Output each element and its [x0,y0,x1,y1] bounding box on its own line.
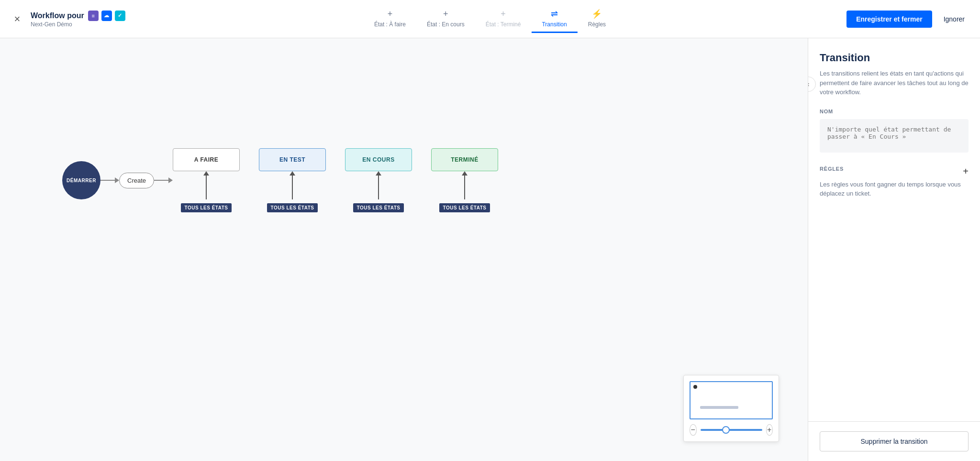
header-left: × Workflow pour ≡ ☁ ✓ Next-Gen Démo [10,11,125,28]
source-encours: TOUS LES ÉTATS [353,203,404,212]
source-afaire: TOUS LES ÉTATS [181,203,232,212]
tab-inprogress-label: État : En cours [427,21,465,28]
arrow-create-states [154,177,173,183]
tab-done-label: État : Terminé [486,21,521,28]
panel-content: Transition Les transitions relient les é… [808,38,980,223]
nom-label: NOM [820,109,969,114]
ignore-button[interactable]: Ignorer [938,11,970,28]
state-termine[interactable]: TERMINÉ [431,148,498,171]
mini-map: − + [683,375,779,442]
state-col-entest: EN TEST TOUS LES ÉTATS [259,148,326,212]
state-col-encours: EN COURS TOUS LES ÉTATS [345,148,412,212]
main-layout: DÉMARRER Create [0,38,980,461]
workflow-diagram: DÉMARRER Create [62,148,498,212]
arrow-encours [376,171,381,199]
tab-inprogress[interactable]: + État : En cours [416,5,475,33]
state-col-termine: TERMINÉ TOUS LES ÉTATS [431,148,498,212]
tab-rules-label: Règles [588,21,606,28]
regles-label: RÈGLES [820,166,844,172]
state-col-afaire: A FAIRE TOUS LES ÉTATS [173,148,240,212]
mini-map-content [690,381,773,419]
zoom-in-button[interactable]: + [766,424,773,436]
panel-footer: Supprimer la transition [808,421,980,461]
canvas[interactable]: DÉMARRER Create [0,38,808,461]
header: × Workflow pour ≡ ☁ ✓ Next-Gen Démo + Ét… [0,0,980,38]
tab-transition-icon: ⇌ [551,9,558,19]
arrow-afaire [203,171,209,199]
tab-rules-icon: ⚡ [591,9,602,19]
zoom-out-button[interactable]: − [690,424,697,436]
delete-transition-button[interactable]: Supprimer la transition [820,431,969,451]
save-button[interactable]: Enregistrer et fermer [846,11,932,28]
badge-purple: ≡ [88,11,99,21]
tab-transition[interactable]: ⇌ Transition [531,5,577,33]
states-container: A FAIRE TOUS LES ÉTATS EN TEST [173,148,498,212]
arrow-start-create [100,177,119,183]
nav-tabs: + État : À faire + État : En cours + Éta… [364,5,616,33]
zoom-slider[interactable] [701,429,762,431]
source-entest: TOUS LES ÉTATS [267,203,318,212]
arrow-termine [462,171,468,199]
regles-description: Les règles vous font gagner du temps lor… [820,180,969,198]
title-icons: ≡ ☁ ✓ [88,11,125,21]
state-entest[interactable]: EN TEST [259,148,326,171]
tab-done-icon: + [501,9,506,19]
zoom-controls: − + [690,424,773,436]
create-node: Create [119,173,154,188]
tab-todo[interactable]: + État : À faire [364,5,416,33]
mini-map-dot [693,385,697,389]
header-right: Enregistrer et fermer Ignorer [846,11,970,28]
tab-transition-label: Transition [542,21,567,28]
workflow-subtitle: Next-Gen Démo [31,21,125,28]
nom-input[interactable] [820,119,969,153]
tab-rules[interactable]: ⚡ Règles [578,5,616,33]
tab-todo-icon: + [388,9,393,19]
regles-section-header: RÈGLES + [820,166,969,177]
start-node: DÉMARRER [62,161,100,199]
workflow-title: Workflow pour [31,11,84,20]
close-button[interactable]: × [10,11,25,27]
badge-blue: ☁ [101,11,112,21]
add-rule-button[interactable]: + [963,166,969,177]
source-termine: TOUS LES ÉTATS [439,203,490,212]
panel-description: Les transitions relient les états en tan… [820,69,969,97]
panel-title: Transition [820,52,969,64]
state-encours[interactable]: EN COURS [345,148,412,171]
tab-todo-label: État : À faire [374,21,406,28]
right-panel: ‹ Transition Les transitions relient les… [808,38,980,461]
mini-map-bar [700,406,738,409]
tab-inprogress-icon: + [443,9,448,19]
workflow-info: Workflow pour ≡ ☁ ✓ Next-Gen Démo [31,11,125,28]
arrow-entest [290,171,295,199]
state-afaire[interactable]: A FAIRE [173,148,240,171]
badge-teal: ✓ [115,11,125,21]
tab-done[interactable]: + État : Terminé [475,5,532,33]
